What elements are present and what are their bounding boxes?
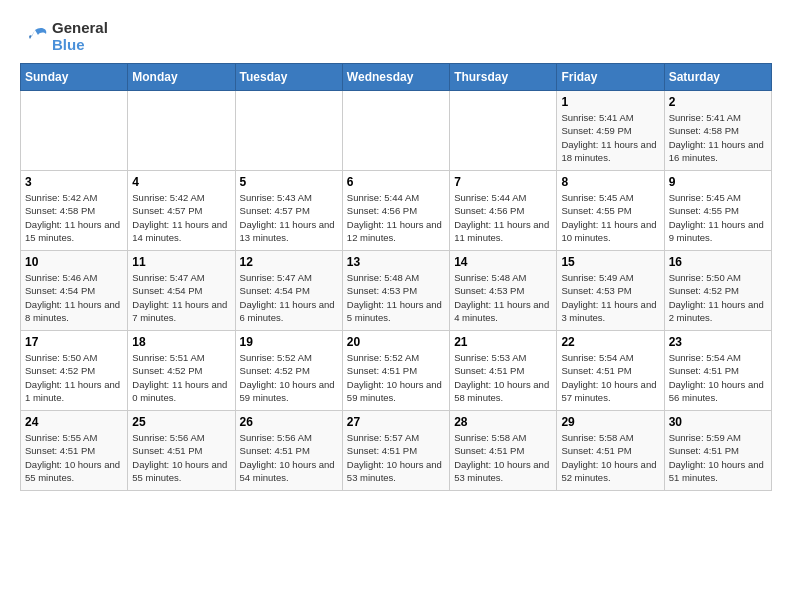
calendar-cell: 2Sunrise: 5:41 AM Sunset: 4:58 PM Daylig… [664, 91, 771, 171]
calendar-cell: 23Sunrise: 5:54 AM Sunset: 4:51 PM Dayli… [664, 331, 771, 411]
cell-info: Sunrise: 5:56 AM Sunset: 4:51 PM Dayligh… [132, 431, 230, 484]
calendar-cell: 12Sunrise: 5:47 AM Sunset: 4:54 PM Dayli… [235, 251, 342, 331]
calendar-cell [128, 91, 235, 171]
cell-info: Sunrise: 5:50 AM Sunset: 4:52 PM Dayligh… [669, 271, 767, 324]
calendar-cell: 9Sunrise: 5:45 AM Sunset: 4:55 PM Daylig… [664, 171, 771, 251]
calendar-cell [21, 91, 128, 171]
calendar-cell: 27Sunrise: 5:57 AM Sunset: 4:51 PM Dayli… [342, 411, 449, 491]
cell-info: Sunrise: 5:44 AM Sunset: 4:56 PM Dayligh… [347, 191, 445, 244]
header-day-thursday: Thursday [450, 64, 557, 91]
cell-day-number: 16 [669, 255, 767, 269]
cell-day-number: 22 [561, 335, 659, 349]
cell-info: Sunrise: 5:58 AM Sunset: 4:51 PM Dayligh… [561, 431, 659, 484]
calendar-week-3: 10Sunrise: 5:46 AM Sunset: 4:54 PM Dayli… [21, 251, 772, 331]
calendar-cell: 19Sunrise: 5:52 AM Sunset: 4:52 PM Dayli… [235, 331, 342, 411]
cell-info: Sunrise: 5:52 AM Sunset: 4:51 PM Dayligh… [347, 351, 445, 404]
calendar-cell: 20Sunrise: 5:52 AM Sunset: 4:51 PM Dayli… [342, 331, 449, 411]
cell-day-number: 15 [561, 255, 659, 269]
cell-day-number: 14 [454, 255, 552, 269]
calendar-cell: 25Sunrise: 5:56 AM Sunset: 4:51 PM Dayli… [128, 411, 235, 491]
cell-info: Sunrise: 5:43 AM Sunset: 4:57 PM Dayligh… [240, 191, 338, 244]
header: General Blue [20, 20, 772, 53]
calendar-cell: 3Sunrise: 5:42 AM Sunset: 4:58 PM Daylig… [21, 171, 128, 251]
header-day-tuesday: Tuesday [235, 64, 342, 91]
logo-general-text: General [52, 20, 108, 37]
cell-day-number: 6 [347, 175, 445, 189]
cell-day-number: 13 [347, 255, 445, 269]
calendar-cell: 22Sunrise: 5:54 AM Sunset: 4:51 PM Dayli… [557, 331, 664, 411]
logo: General Blue [20, 20, 108, 53]
cell-day-number: 17 [25, 335, 123, 349]
cell-day-number: 12 [240, 255, 338, 269]
cell-day-number: 18 [132, 335, 230, 349]
cell-info: Sunrise: 5:45 AM Sunset: 4:55 PM Dayligh… [561, 191, 659, 244]
calendar-cell [235, 91, 342, 171]
logo-blue-text: Blue [52, 37, 108, 54]
calendar-cell: 6Sunrise: 5:44 AM Sunset: 4:56 PM Daylig… [342, 171, 449, 251]
cell-day-number: 28 [454, 415, 552, 429]
cell-day-number: 10 [25, 255, 123, 269]
cell-info: Sunrise: 5:46 AM Sunset: 4:54 PM Dayligh… [25, 271, 123, 324]
cell-info: Sunrise: 5:58 AM Sunset: 4:51 PM Dayligh… [454, 431, 552, 484]
calendar-cell: 8Sunrise: 5:45 AM Sunset: 4:55 PM Daylig… [557, 171, 664, 251]
cell-info: Sunrise: 5:53 AM Sunset: 4:51 PM Dayligh… [454, 351, 552, 404]
cell-day-number: 2 [669, 95, 767, 109]
cell-info: Sunrise: 5:49 AM Sunset: 4:53 PM Dayligh… [561, 271, 659, 324]
calendar-header-row: SundayMondayTuesdayWednesdayThursdayFrid… [21, 64, 772, 91]
calendar-cell: 7Sunrise: 5:44 AM Sunset: 4:56 PM Daylig… [450, 171, 557, 251]
logo-bird-icon [20, 22, 50, 52]
calendar-cell: 30Sunrise: 5:59 AM Sunset: 4:51 PM Dayli… [664, 411, 771, 491]
cell-day-number: 3 [25, 175, 123, 189]
calendar-cell: 15Sunrise: 5:49 AM Sunset: 4:53 PM Dayli… [557, 251, 664, 331]
cell-day-number: 21 [454, 335, 552, 349]
cell-info: Sunrise: 5:45 AM Sunset: 4:55 PM Dayligh… [669, 191, 767, 244]
cell-info: Sunrise: 5:56 AM Sunset: 4:51 PM Dayligh… [240, 431, 338, 484]
header-day-friday: Friday [557, 64, 664, 91]
cell-info: Sunrise: 5:59 AM Sunset: 4:51 PM Dayligh… [669, 431, 767, 484]
calendar-cell: 10Sunrise: 5:46 AM Sunset: 4:54 PM Dayli… [21, 251, 128, 331]
cell-info: Sunrise: 5:50 AM Sunset: 4:52 PM Dayligh… [25, 351, 123, 404]
cell-day-number: 30 [669, 415, 767, 429]
cell-info: Sunrise: 5:47 AM Sunset: 4:54 PM Dayligh… [240, 271, 338, 324]
calendar-cell: 29Sunrise: 5:58 AM Sunset: 4:51 PM Dayli… [557, 411, 664, 491]
header-day-saturday: Saturday [664, 64, 771, 91]
calendar-table: SundayMondayTuesdayWednesdayThursdayFrid… [20, 63, 772, 491]
header-day-wednesday: Wednesday [342, 64, 449, 91]
calendar-cell: 21Sunrise: 5:53 AM Sunset: 4:51 PM Dayli… [450, 331, 557, 411]
calendar-cell: 28Sunrise: 5:58 AM Sunset: 4:51 PM Dayli… [450, 411, 557, 491]
cell-info: Sunrise: 5:44 AM Sunset: 4:56 PM Dayligh… [454, 191, 552, 244]
cell-day-number: 4 [132, 175, 230, 189]
cell-day-number: 29 [561, 415, 659, 429]
cell-info: Sunrise: 5:47 AM Sunset: 4:54 PM Dayligh… [132, 271, 230, 324]
calendar-cell: 4Sunrise: 5:42 AM Sunset: 4:57 PM Daylig… [128, 171, 235, 251]
logo-text: General Blue [52, 20, 108, 53]
calendar-cell: 1Sunrise: 5:41 AM Sunset: 4:59 PM Daylig… [557, 91, 664, 171]
calendar-cell [342, 91, 449, 171]
cell-day-number: 27 [347, 415, 445, 429]
calendar-cell: 16Sunrise: 5:50 AM Sunset: 4:52 PM Dayli… [664, 251, 771, 331]
calendar-cell: 24Sunrise: 5:55 AM Sunset: 4:51 PM Dayli… [21, 411, 128, 491]
calendar-cell: 11Sunrise: 5:47 AM Sunset: 4:54 PM Dayli… [128, 251, 235, 331]
cell-info: Sunrise: 5:41 AM Sunset: 4:58 PM Dayligh… [669, 111, 767, 164]
cell-day-number: 9 [669, 175, 767, 189]
cell-day-number: 11 [132, 255, 230, 269]
cell-day-number: 7 [454, 175, 552, 189]
calendar-week-1: 1Sunrise: 5:41 AM Sunset: 4:59 PM Daylig… [21, 91, 772, 171]
calendar-cell: 5Sunrise: 5:43 AM Sunset: 4:57 PM Daylig… [235, 171, 342, 251]
cell-day-number: 8 [561, 175, 659, 189]
cell-info: Sunrise: 5:55 AM Sunset: 4:51 PM Dayligh… [25, 431, 123, 484]
calendar-cell: 14Sunrise: 5:48 AM Sunset: 4:53 PM Dayli… [450, 251, 557, 331]
cell-info: Sunrise: 5:48 AM Sunset: 4:53 PM Dayligh… [454, 271, 552, 324]
cell-info: Sunrise: 5:41 AM Sunset: 4:59 PM Dayligh… [561, 111, 659, 164]
cell-info: Sunrise: 5:57 AM Sunset: 4:51 PM Dayligh… [347, 431, 445, 484]
logo-container: General Blue [20, 20, 108, 53]
cell-day-number: 24 [25, 415, 123, 429]
cell-info: Sunrise: 5:54 AM Sunset: 4:51 PM Dayligh… [669, 351, 767, 404]
cell-info: Sunrise: 5:51 AM Sunset: 4:52 PM Dayligh… [132, 351, 230, 404]
cell-day-number: 20 [347, 335, 445, 349]
calendar-cell: 26Sunrise: 5:56 AM Sunset: 4:51 PM Dayli… [235, 411, 342, 491]
cell-info: Sunrise: 5:42 AM Sunset: 4:58 PM Dayligh… [25, 191, 123, 244]
header-day-monday: Monday [128, 64, 235, 91]
cell-day-number: 5 [240, 175, 338, 189]
calendar-cell [450, 91, 557, 171]
